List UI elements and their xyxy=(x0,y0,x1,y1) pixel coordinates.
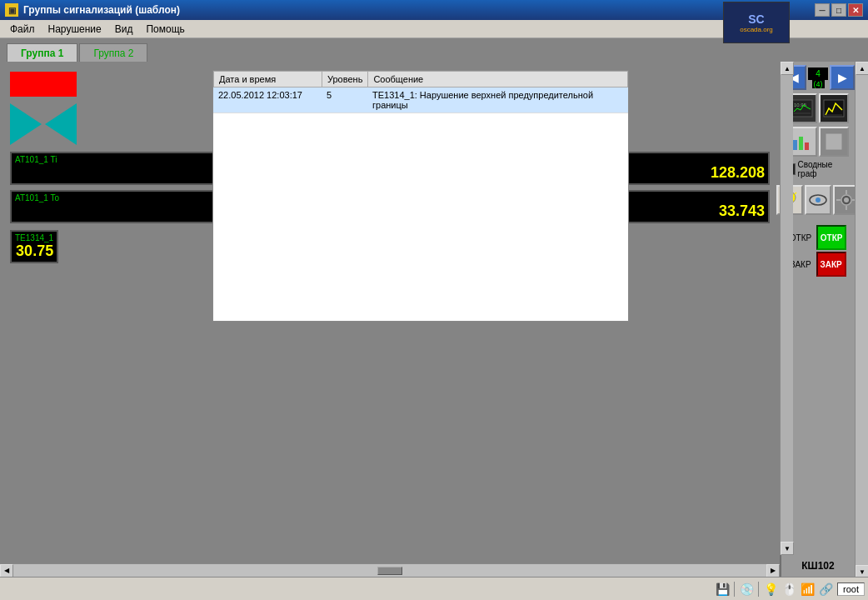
alarm-table: Дата и время Уровень Сообщение xyxy=(213,71,628,88)
alarm-datetime: 22.05.2012 12:03:17 xyxy=(213,88,322,113)
floppy-icon[interactable]: 💿 xyxy=(738,581,755,598)
menu-file[interactable]: Файл xyxy=(3,22,42,37)
svg-rect-9 xyxy=(805,142,809,150)
trend-large-icon-btn[interactable] xyxy=(819,93,849,123)
valve-widget xyxy=(10,103,77,145)
main-content: AT101_1 Ti 57.671 AT101_2 Ti 128.208 AT1… xyxy=(0,62,868,578)
wifi-icon: 🔗 xyxy=(817,581,834,598)
cursor-icon: 🖱️ xyxy=(781,581,797,598)
otkr-row: ОТКР ОТКР ЗАКР ЗАКР xyxy=(785,225,851,278)
tabs-bar: Группа 1 Группа 2 SC oscada.org xyxy=(0,38,868,62)
menu-violation[interactable]: Нарушение xyxy=(42,22,108,37)
hscroll-track xyxy=(13,567,766,575)
scroll-up-arrow[interactable]: ▲ xyxy=(781,62,794,75)
ksh-label: КШ102 xyxy=(801,560,834,572)
menu-help[interactable]: Помощь xyxy=(139,22,191,37)
right-scroll-up[interactable]: ▲ xyxy=(856,62,868,75)
right-scrollbar[interactable]: ▲ ▼ xyxy=(855,62,868,578)
hscroll-left[interactable]: ◀ xyxy=(0,564,13,578)
red-status-widget xyxy=(10,72,77,97)
restore-button[interactable]: □ xyxy=(831,3,846,17)
svg-marker-0 xyxy=(10,103,42,145)
menu-view[interactable]: Вид xyxy=(108,22,140,37)
nav-count-sub: (4) xyxy=(812,80,825,88)
light-status-icon: 💡 xyxy=(762,581,779,598)
logo-oscada-text: oscada.org xyxy=(740,26,773,33)
svodny-label: Сводные граф xyxy=(797,160,851,178)
svg-line-14 xyxy=(795,192,796,194)
main-scrollbar[interactable]: ▲ ▼ xyxy=(780,62,793,555)
svg-rect-20 xyxy=(846,190,847,194)
svg-rect-21 xyxy=(846,206,847,210)
icon-row-3 xyxy=(785,185,851,215)
svg-text:10.95: 10.95 xyxy=(794,102,807,108)
svg-rect-8 xyxy=(799,137,803,150)
close-button[interactable]: ✕ xyxy=(848,3,863,17)
zakr-label: ЗАКР xyxy=(790,260,811,269)
bottom-scrollbar[interactable]: ◀ ▶ xyxy=(0,563,780,577)
svg-marker-1 xyxy=(45,103,77,145)
app-icon: ▣ xyxy=(5,3,18,17)
alarm-message: TE1314_1: Нарушение верхней предупредите… xyxy=(367,88,628,113)
svg-rect-7 xyxy=(793,140,797,150)
nav-next-button[interactable]: ▶ xyxy=(830,65,855,90)
network-icon: 📶 xyxy=(799,581,816,598)
tab-group2[interactable]: Группа 2 xyxy=(79,43,147,62)
svg-rect-22 xyxy=(836,199,841,201)
tab-group1[interactable]: Группа 1 xyxy=(7,43,77,62)
logo-sc-text: SC xyxy=(748,12,764,26)
status-icons-left: 💾 💿 💡 🖱️ 📶 🔗 xyxy=(714,581,834,598)
col-message: Сообщение xyxy=(368,72,628,88)
te1314-1-label: TE1314_1 xyxy=(15,233,53,242)
alarm-row: 22.05.2012 12:03:17 5 TE1314_1: Нарушени… xyxy=(213,88,628,113)
widget-te1314-1-inner: TE1314_1 30.75 xyxy=(10,230,58,263)
status-user: root xyxy=(837,582,865,596)
alarm-table-body: 22.05.2012 12:03:17 5 TE1314_1: Нарушени… xyxy=(213,88,628,113)
zakr-active-button[interactable]: ЗАКР xyxy=(816,252,846,277)
svg-rect-10 xyxy=(826,133,842,150)
window-controls: ─ □ ✕ xyxy=(815,3,863,17)
alarm-level: 5 xyxy=(322,88,367,113)
svg-point-19 xyxy=(844,198,849,202)
scroll-down-arrow[interactable]: ▼ xyxy=(781,542,794,555)
gray-icon-btn[interactable] xyxy=(819,127,849,157)
status-bar: 💾 💿 💡 🖱️ 📶 🔗 root xyxy=(0,577,868,600)
alarm-table-scroll[interactable]: 22.05.2012 12:03:17 5 TE1314_1: Нарушени… xyxy=(213,88,628,321)
left-panel: AT101_1 Ti 57.671 AT101_2 Ti 128.208 AT1… xyxy=(0,62,780,578)
col-datetime: Дата и время xyxy=(214,72,322,88)
icon-row-1: 10.95 xyxy=(785,93,851,123)
svg-point-17 xyxy=(816,198,821,202)
te1314-1-value: 30.75 xyxy=(15,242,53,260)
icon-row-2 xyxy=(785,127,851,157)
window-title: Группы сигнализаций (шаблон) xyxy=(23,4,180,16)
minimize-button[interactable]: ─ xyxy=(815,3,830,17)
eye-icon-btn[interactable] xyxy=(805,185,831,215)
hscroll-right[interactable]: ▶ xyxy=(766,564,780,578)
col-level: Уровень xyxy=(322,72,368,88)
alarm-table-container: Дата и время Уровень Сообщение 22.05.201… xyxy=(212,70,629,322)
svodny-row: Сводные граф xyxy=(785,160,851,178)
logo-area: SC oscada.org xyxy=(723,2,790,43)
nav-count: 4 xyxy=(808,68,828,80)
save-icon[interactable]: 💾 xyxy=(714,581,731,598)
hscroll-thumb[interactable] xyxy=(377,567,402,575)
otkr-active-button[interactable]: ОТКР xyxy=(816,225,846,250)
